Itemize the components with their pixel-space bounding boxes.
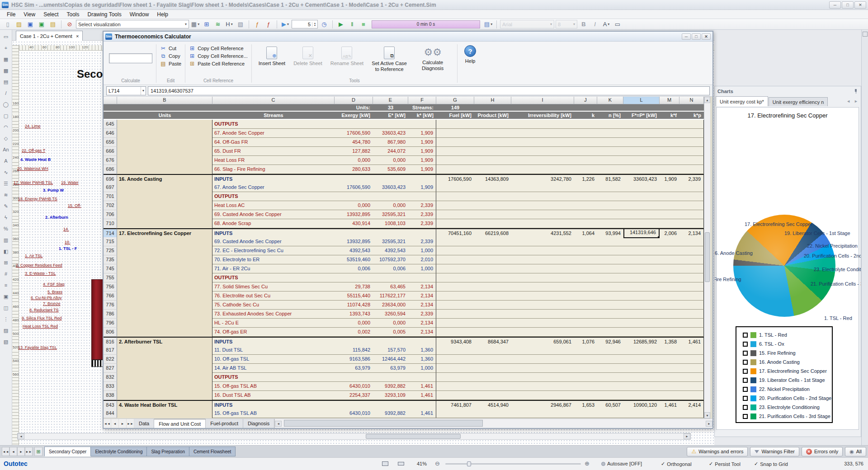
row-number[interactable]: 645	[104, 120, 117, 129]
new-file-button[interactable]: ▯	[3, 20, 13, 29]
exergy-cell[interactable]: 13932,895	[335, 237, 373, 246]
k-cell[interactable]	[574, 201, 597, 210]
product-cell[interactable]	[474, 328, 511, 337]
product-cell[interactable]	[474, 382, 511, 391]
k-cell[interactable]	[574, 291, 597, 301]
estar-cell[interactable]: 0,006	[373, 264, 408, 273]
maximize-button[interactable]: □	[842, 1, 854, 9]
n-cell[interactable]	[597, 246, 623, 255]
product-cell[interactable]	[474, 156, 511, 165]
column-header-F[interactable]: F	[408, 97, 436, 104]
row-number[interactable]: 822	[104, 355, 117, 364]
kp-cell[interactable]: 2,134	[679, 228, 704, 238]
legend-checkbox[interactable]	[743, 396, 748, 401]
irreversibility-cell[interactable]	[511, 282, 574, 291]
kp-cell[interactable]	[679, 237, 704, 246]
unit-cell[interactable]: 4. Waste Heat Boiler TSL	[117, 400, 212, 410]
row-number[interactable]: 701	[104, 192, 117, 201]
copy-cell-reference-button[interactable]: ⊞Copy Cell Reference	[189, 45, 244, 52]
stream-cell[interactable]: Heat Loss AC	[212, 201, 335, 210]
fp-cell[interactable]	[623, 391, 660, 400]
estar-cell[interactable]: 117622,177	[373, 291, 408, 301]
calc-minimize-button[interactable]: ─	[682, 33, 691, 40]
estar-cell[interactable]: 23634,000	[373, 301, 408, 310]
estar-cell[interactable]: 0,000	[373, 319, 408, 328]
kstar-cell[interactable]: 1,909	[408, 147, 436, 156]
kstar-cell[interactable]: 1,000	[408, 364, 436, 373]
flowsheet-tab-secondary-copper[interactable]: Secondary Copper	[44, 446, 91, 456]
kf-cell[interactable]	[660, 219, 679, 228]
k-cell[interactable]	[574, 192, 597, 201]
unit-cell[interactable]	[117, 355, 212, 364]
irreversibility-cell[interactable]	[511, 156, 574, 165]
kf-cell[interactable]	[660, 264, 679, 273]
estar-cell[interactable]: 1008,103	[373, 219, 408, 228]
tab-next-icon[interactable]: ►	[119, 419, 127, 428]
row-number[interactable]: 796	[104, 319, 117, 328]
kp-cell[interactable]	[679, 273, 704, 282]
kp-cell[interactable]	[679, 391, 704, 400]
n-cell[interactable]	[597, 273, 623, 282]
estar-cell[interactable]	[373, 174, 408, 184]
unit-cell[interactable]	[117, 301, 212, 310]
unit-cell[interactable]	[117, 273, 212, 282]
k-cell[interactable]: 1,076	[574, 337, 597, 347]
set-active-case-button[interactable]: ⧉Set Active Case to Reference	[368, 45, 410, 74]
row-number[interactable]: 817	[104, 346, 117, 355]
exergy-cell[interactable]	[335, 273, 373, 282]
row-number[interactable]: 833	[104, 382, 117, 391]
ellipse-tool-icon[interactable]: ◯	[1, 99, 11, 110]
kstar-cell[interactable]	[408, 174, 436, 184]
product-cell[interactable]	[474, 301, 511, 310]
estar-cell[interactable]	[373, 192, 408, 201]
percent-tool-icon[interactable]: %	[1, 223, 11, 234]
product-cell[interactable]	[474, 355, 511, 364]
irreversibility-cell[interactable]	[511, 165, 574, 174]
copy-button[interactable]: ⧉Copy	[160, 53, 180, 59]
unit-cell[interactable]	[117, 138, 212, 147]
product-cell[interactable]	[474, 346, 511, 355]
calc-scroll-right-icon[interactable]: ►	[706, 421, 712, 427]
exergy-cell[interactable]: 454,780	[335, 138, 373, 147]
unit-cell[interactable]	[117, 409, 212, 418]
unit-cell[interactable]	[117, 264, 212, 273]
calculate-diagnosis-button[interactable]: ⚙⚙Calculate Diagnosis	[412, 45, 453, 74]
unit-cell[interactable]	[117, 319, 212, 328]
name-box-dropdown-icon[interactable]: ▾	[141, 87, 146, 95]
product-cell[interactable]	[474, 120, 511, 129]
kp-cell[interactable]	[679, 147, 704, 156]
unit-cell[interactable]	[117, 210, 212, 219]
menu-window[interactable]: Window	[126, 10, 153, 19]
paste-cell-reference-button[interactable]: ⊞Paste Cell Reference	[189, 61, 245, 67]
fp-cell[interactable]: 33603,423	[623, 174, 660, 184]
columns-tool-icon[interactable]: ◫	[1, 302, 11, 313]
product-cell[interactable]	[474, 129, 511, 138]
label-tool-icon[interactable]: A	[1, 155, 11, 166]
irreversibility-cell[interactable]	[511, 409, 574, 418]
kf-cell[interactable]	[660, 201, 679, 210]
stream-cell[interactable]: 15. Off-gas TSL AB	[212, 409, 335, 418]
kp-cell[interactable]	[679, 264, 704, 273]
row-number[interactable]: 776	[104, 301, 117, 310]
row-number[interactable]: 725	[104, 246, 117, 255]
fp-cell[interactable]	[623, 246, 660, 255]
k-cell[interactable]	[574, 237, 597, 246]
flowsheet-hscrollbar[interactable]: ◄ ►	[17, 433, 691, 440]
persist-tool-toggle[interactable]: ✓Persist Tool	[709, 461, 741, 467]
stream-cell[interactable]: 77. Solid Slimes Sec Cu	[212, 282, 335, 291]
k-cell[interactable]	[574, 409, 597, 418]
errors-only-button[interactable]: ✕Errors only	[802, 447, 843, 456]
exergy-cell[interactable]: 6430,010	[335, 409, 373, 418]
menu-tools[interactable]: Tools	[63, 10, 84, 19]
unit-cell[interactable]	[117, 165, 212, 174]
irreversibility-cell[interactable]	[511, 310, 574, 319]
pie-chart[interactable]	[733, 215, 835, 317]
heat-balance-button[interactable]: H▾	[224, 20, 234, 29]
kf-cell[interactable]	[660, 129, 679, 138]
row-number[interactable]: 706	[104, 210, 117, 219]
stream-cell[interactable]: 16. Dust TSL AB	[212, 391, 335, 400]
row-number[interactable]: 838	[104, 391, 117, 400]
stream-cell[interactable]: OUTPUTS	[212, 120, 335, 129]
exergy-cell[interactable]: 53519,460	[335, 255, 373, 264]
fuel-cell[interactable]	[436, 373, 474, 382]
